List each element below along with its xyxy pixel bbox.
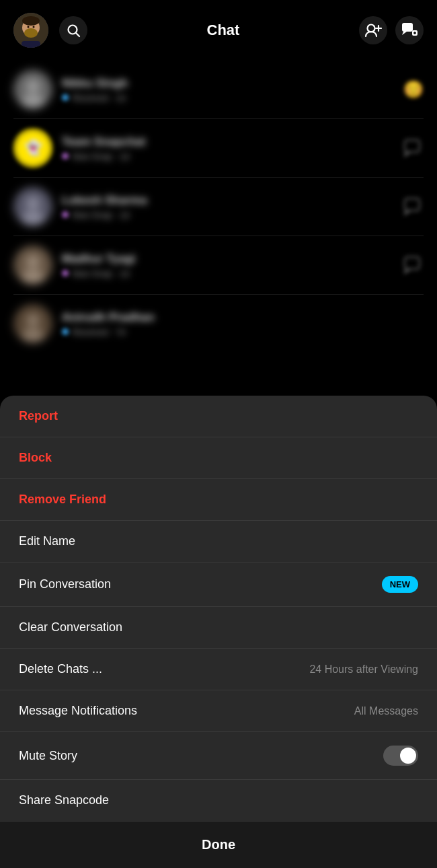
remove-friend-menu-item[interactable]: Remove Friend [0, 479, 437, 521]
chat-info: Team Snapchat New Snap · 1d [62, 135, 395, 161]
svg-line-8 [76, 33, 79, 36]
pin-conversation-menu-item[interactable]: Pin Conversation NEW [0, 563, 437, 607]
chat-info: Madhur Tyagi New Snap · 1d [62, 252, 395, 279]
share-snapcode-label: Share Snapcode [19, 793, 109, 807]
status-dot [62, 270, 69, 277]
svg-text:👻: 👻 [24, 139, 43, 157]
svg-point-28 [26, 255, 40, 268]
avatar [13, 187, 52, 226]
chat-list: Nikku Singh Received · 1d 😊 👻 Team Snapc… [0, 61, 437, 353]
delete-chats-value: 24 Hours after Viewing [309, 663, 418, 676]
header: Chat [0, 0, 437, 61]
svg-point-18 [26, 79, 40, 93]
add-friend-button[interactable] [359, 16, 387, 44]
clear-conversation-label: Clear Conversation [19, 620, 122, 635]
message-notifications-label: Message Notifications [19, 704, 137, 718]
preview-text: New Snap · 1d [72, 210, 129, 220]
svg-rect-30 [405, 257, 420, 269]
chat-action [402, 254, 424, 276]
chat-item[interactable]: Anirudh Pradhan Received · 7d [0, 295, 437, 353]
chat-name: Lokesh Sharma [62, 194, 395, 207]
search-button[interactable] [59, 16, 87, 44]
chat-name: Madhur Tyagi [62, 252, 395, 266]
chat-item[interactable]: Lokesh Sharma New Snap · 1d [0, 178, 437, 236]
message-notifications-menu-item[interactable]: Message Notifications All Messages [0, 690, 437, 732]
report-label: Report [19, 409, 58, 423]
clear-conversation-menu-item[interactable]: Clear Conversation [0, 607, 437, 649]
block-menu-item[interactable]: Block [0, 437, 437, 479]
chat-action [402, 196, 424, 217]
svg-point-5 [33, 26, 35, 28]
svg-point-9 [368, 25, 375, 32]
page-title: Chat [87, 22, 359, 39]
preview-text: Received · 7d [72, 327, 126, 337]
chat-preview: New Snap · 1d [62, 151, 395, 161]
chat-item[interactable]: Madhur Tyagi New Snap · 1d [0, 236, 437, 294]
reaction-emoji: 😊 [403, 80, 424, 98]
svg-marker-13 [402, 32, 407, 35]
status-dot [62, 94, 69, 101]
avatar: 👻 [13, 129, 52, 168]
status-dot [62, 211, 69, 218]
chat-info: Anirudh Pradhan Received · 7d [62, 311, 424, 337]
svg-point-29 [22, 270, 44, 283]
svg-point-2 [24, 28, 38, 38]
chat-name: Anirudh Pradhan [62, 311, 424, 324]
edit-name-label: Edit Name [19, 534, 75, 548]
preview-text: New Snap · 1d [72, 268, 129, 279]
profile-avatar[interactable] [13, 13, 48, 48]
report-menu-item[interactable]: Report [0, 396, 437, 437]
avatar [13, 70, 52, 109]
chat-preview: Received · 7d [62, 327, 424, 337]
toggle-thumb [400, 748, 416, 764]
context-menu: Report Block Remove Friend Edit Name Pin… [0, 396, 437, 821]
chat-item[interactable]: Nikku Singh Received · 1d 😊 [0, 61, 437, 118]
status-dot [62, 328, 69, 335]
share-snapcode-menu-item[interactable]: Share Snapcode [0, 780, 437, 821]
mute-story-toggle[interactable] [383, 746, 418, 766]
mute-story-label: Mute Story [19, 749, 77, 763]
done-bar[interactable]: Done [0, 821, 437, 868]
svg-point-19 [22, 94, 44, 108]
chat-item[interactable]: 👻 Team Snapchat New Snap · 1d [0, 119, 437, 177]
svg-rect-12 [402, 23, 413, 32]
svg-point-33 [22, 328, 44, 342]
avatar [13, 304, 52, 343]
preview-text: New Snap · 1d [72, 151, 129, 161]
delete-chats-label: Delete Chats ... [19, 662, 102, 676]
svg-rect-6 [22, 41, 40, 48]
new-badge: NEW [382, 576, 418, 593]
chat-action [402, 137, 424, 159]
done-button[interactable]: Done [202, 837, 235, 853]
chat-preview: Received · 1d [62, 93, 397, 103]
block-label: Block [19, 451, 52, 465]
status-dot [62, 153, 69, 159]
chat-preview: New Snap · 1d [62, 268, 395, 279]
svg-point-24 [26, 196, 40, 210]
header-left [13, 13, 87, 48]
delete-chats-menu-item[interactable]: Delete Chats ... 24 Hours after Viewing [0, 649, 437, 690]
svg-point-32 [26, 314, 40, 327]
svg-point-4 [28, 26, 30, 28]
edit-name-menu-item[interactable]: Edit Name [0, 521, 437, 563]
svg-rect-22 [405, 140, 420, 152]
svg-point-3 [22, 16, 40, 26]
svg-rect-26 [405, 198, 420, 211]
avatar [13, 246, 52, 285]
chat-info: Nikku Singh Received · 1d [62, 77, 397, 103]
chat-name: Nikku Singh [62, 77, 397, 90]
remove-friend-label: Remove Friend [19, 493, 106, 507]
chat-info: Lokesh Sharma New Snap · 1d [62, 194, 395, 220]
chat-name: Team Snapchat [62, 135, 395, 149]
message-notifications-value: All Messages [354, 705, 418, 717]
mute-story-menu-item[interactable]: Mute Story [0, 732, 437, 780]
header-right [359, 16, 424, 44]
svg-point-25 [22, 211, 44, 225]
pin-conversation-label: Pin Conversation [19, 577, 111, 591]
chat-action: 😊 [403, 80, 424, 99]
chat-preview: New Snap · 1d [62, 210, 395, 220]
preview-text: Received · 1d [72, 93, 126, 103]
new-chat-button[interactable] [395, 16, 424, 44]
